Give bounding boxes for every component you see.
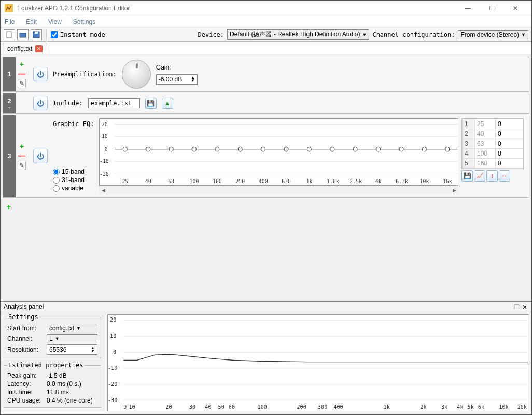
gain-spinbox[interactable]: -6.00 dB ▲▼: [156, 74, 198, 85]
add-block-row: +: [3, 199, 529, 215]
save-icon: 💾: [464, 172, 471, 179]
save-icon: 💾: [147, 100, 155, 107]
eq-value-table[interactable]: 1250 2400 3630 41000 51600: [461, 118, 524, 169]
gain-knob[interactable]: [122, 60, 151, 89]
menu-edit[interactable]: Edit: [24, 17, 39, 26]
latency-label: Latency:: [7, 380, 44, 388]
separator: [46, 30, 47, 40]
instant-mode-input[interactable]: [51, 31, 58, 38]
close-panel-icon[interactable]: ✕: [522, 303, 528, 310]
svg-text:10k: 10k: [499, 404, 508, 410]
svg-text:630: 630: [282, 177, 291, 184]
browse-button[interactable]: 💾: [145, 98, 157, 109]
device-combo[interactable]: Default (扬声器 - Realtek High Definition A…: [227, 29, 369, 40]
block-number[interactable]: 2 ⌄: [3, 93, 16, 113]
svg-point-28: [400, 147, 404, 151]
eq-save-button[interactable]: 💾: [461, 170, 473, 182]
edit-icon[interactable]: ✎: [18, 161, 26, 170]
settings-legend: Settings: [7, 313, 39, 321]
radio-15band[interactable]: 15-band: [53, 168, 90, 175]
resolution-spinbox[interactable]: 65536▲▼: [47, 344, 97, 355]
reload-button[interactable]: ▲: [162, 98, 173, 109]
save-file-button[interactable]: [31, 29, 42, 40]
include-file-input[interactable]: [88, 98, 140, 108]
start-from-combo[interactable]: config.txt▼: [47, 324, 97, 333]
undock-icon[interactable]: ❐: [514, 303, 520, 310]
svg-text:16k: 16k: [443, 177, 453, 184]
save-icon: [33, 31, 40, 38]
add-icon[interactable]: +: [20, 60, 24, 68]
workarea: 1 + — ✎ ⏻ Preamplification: Gain: -6.00 …: [1, 54, 531, 301]
power-button[interactable]: ⏻: [33, 67, 48, 81]
analysis-graph[interactable]: 20 10 0 -10 -20 -30 910 2030 4050 60100 …: [107, 314, 528, 411]
close-button[interactable]: ✕: [503, 1, 527, 16]
eq-reset-button[interactable]: ↔: [499, 170, 510, 182]
power-button[interactable]: ⏻: [33, 149, 48, 163]
menu-settings[interactable]: Settings: [71, 17, 97, 26]
open-file-button[interactable]: [17, 29, 29, 40]
menubar: File Edit View Settings: [1, 16, 531, 27]
add-icon[interactable]: +: [20, 142, 24, 150]
edit-icon[interactable]: ✎: [18, 79, 26, 88]
open-icon: [19, 31, 26, 38]
tab-close-icon[interactable]: ✕: [35, 45, 43, 52]
analysis-panel: Analysis panel ❐ ✕ Settings Start from: …: [1, 301, 531, 414]
import-icon: 📈: [476, 172, 484, 179]
maximize-button[interactable]: ☐: [480, 1, 503, 16]
eq-scrollbar[interactable]: ◀▶: [99, 186, 458, 194]
radio-31band[interactable]: 31-band: [53, 176, 90, 184]
remove-icon[interactable]: —: [18, 151, 25, 160]
add-block-icon[interactable]: +: [7, 203, 11, 211]
new-file-icon: [6, 31, 13, 38]
svg-point-17: [146, 147, 150, 151]
svg-text:100: 100: [258, 404, 267, 410]
radio-variable[interactable]: variable: [53, 185, 90, 192]
svg-text:-20: -20: [108, 381, 117, 387]
svg-text:-20: -20: [100, 170, 109, 176]
block-number[interactable]: 3: [3, 115, 16, 197]
table-row: 41000: [463, 149, 523, 159]
svg-text:-10: -10: [100, 158, 109, 164]
tabbar: config.txt ✕: [1, 42, 531, 54]
gain-label: Gain:: [156, 64, 198, 71]
eq-invert-button[interactable]: ↕: [486, 170, 498, 182]
svg-point-16: [123, 147, 128, 151]
svg-text:10: 10: [129, 404, 135, 410]
chanconf-combo[interactable]: From device (Stereo) ▼: [458, 30, 528, 39]
svg-text:160: 160: [213, 177, 222, 184]
est-legend: Estimated properties: [7, 362, 85, 369]
reset-icon: ↔: [501, 172, 508, 179]
svg-text:50: 50: [218, 404, 225, 410]
menu-file[interactable]: File: [3, 17, 17, 26]
eq-graph[interactable]: 20 10 0 -10 -20 2540631001602504006301k1…: [99, 118, 458, 186]
eq-import-button[interactable]: 📈: [474, 170, 485, 182]
spin-arrows-icon[interactable]: ▲▼: [191, 76, 195, 82]
remove-icon[interactable]: —: [18, 70, 25, 78]
menu-view[interactable]: View: [46, 17, 64, 26]
init-value: 11.8 ms: [47, 389, 69, 396]
block-number[interactable]: 1: [3, 57, 16, 91]
window-title: Equalizer APO 1.2.1 Configuration Editor: [17, 5, 456, 12]
expand-icon[interactable]: ⌄: [8, 105, 11, 109]
instant-mode-checkbox[interactable]: Instant mode: [51, 31, 105, 38]
svg-text:2.5k: 2.5k: [350, 177, 363, 184]
svg-text:0: 0: [105, 145, 108, 151]
app-icon: [5, 4, 13, 12]
svg-point-25: [330, 147, 334, 151]
include-label: Include:: [53, 100, 83, 107]
svg-text:20: 20: [110, 317, 116, 323]
new-file-button[interactable]: [4, 29, 15, 40]
svg-text:2k: 2k: [420, 404, 426, 410]
power-button[interactable]: ⏻: [33, 96, 48, 110]
resolution-label: Resolution:: [7, 346, 44, 353]
channel-combo[interactable]: L▼: [47, 334, 97, 343]
channel-label: Channel:: [7, 335, 44, 342]
tab-label: config.txt: [7, 45, 32, 52]
svg-text:-10: -10: [108, 365, 117, 371]
block-include: 2 ⌄ ⏻ Include: 💾 ▲: [3, 93, 529, 114]
svg-text:5k: 5k: [468, 404, 474, 410]
tab-config[interactable]: config.txt ✕: [3, 43, 47, 54]
minimize-button[interactable]: —: [456, 1, 480, 16]
svg-rect-4: [35, 32, 38, 34]
svg-text:-30: -30: [108, 397, 117, 403]
